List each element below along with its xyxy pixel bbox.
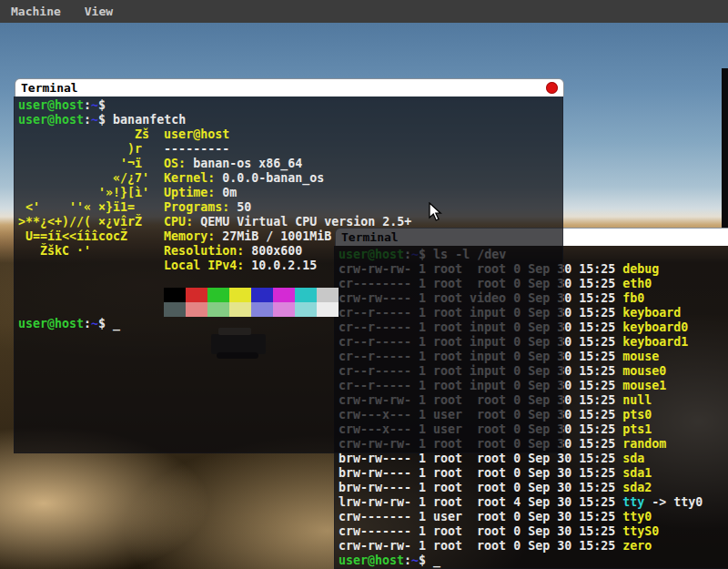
fetch-value: 0m bbox=[222, 186, 237, 199]
device-attrs: crw------- 1 root root 0 Sep 30 15:25 bbox=[339, 524, 622, 538]
fetch-line: Zš user@host bbox=[18, 127, 562, 142]
fetch-art: <' ''« ×}ï1= bbox=[18, 200, 164, 214]
device-name: null bbox=[622, 393, 652, 407]
fetch-line: '»!}[ì' Uptime: 0m bbox=[18, 186, 562, 200]
color-swatch bbox=[317, 302, 339, 317]
device-row: brw-rw---- 1 root root 0 Sep 30 15:25 sd… bbox=[339, 481, 728, 495]
menu-bar: Machine View bbox=[0, 0, 728, 23]
prompt-path: ~ bbox=[411, 554, 419, 567]
text-cursor: _ bbox=[113, 317, 120, 330]
terminal1-content[interactable]: user@host:~$ user@host:~$ bananfetch Zš … bbox=[14, 97, 563, 453]
menu-item-machine[interactable]: Machine bbox=[11, 5, 61, 18]
device-attrs: brw-rw---- 1 root root 0 Sep 30 15:25 bbox=[339, 452, 622, 465]
fetch-art: '»!}[ì' bbox=[18, 186, 164, 199]
device-name: mouse1 bbox=[622, 379, 666, 392]
fetch-art: ŽškC ·' bbox=[18, 244, 164, 258]
prompt-separator: : bbox=[404, 554, 411, 567]
fetch-line: Local IPv4: 10.0.2.15 bbox=[18, 259, 562, 273]
device-attrs: crw------- 1 user root 0 Sep 30 15:25 bbox=[339, 510, 622, 523]
fetch-art: U==íï<<íîîcocŽ bbox=[18, 229, 164, 243]
color-swatch bbox=[317, 288, 339, 302]
prompt-user: user@host bbox=[18, 113, 84, 127]
color-swatch bbox=[295, 288, 317, 302]
mouse-pointer-icon bbox=[429, 202, 443, 223]
prompt-user: user@host bbox=[18, 317, 84, 330]
color-swatch bbox=[207, 288, 229, 302]
fetch-line: «/¿7' Kernel: 0.0.0-banan_os bbox=[18, 171, 562, 186]
prompt-line: user@host:~$ _ bbox=[18, 317, 562, 331]
prompt-symbol: $ bbox=[419, 554, 433, 567]
device-name: pts1 bbox=[622, 422, 652, 436]
device-name: fb0 bbox=[622, 291, 644, 305]
prompt-user: user@host bbox=[18, 98, 84, 112]
blank-line bbox=[18, 273, 562, 288]
prompt-line: user@host:~$ _ bbox=[339, 554, 728, 568]
device-name: debug bbox=[622, 262, 659, 276]
device-name: zero bbox=[622, 539, 652, 553]
device-name: tty bbox=[622, 495, 644, 509]
fetch-line: '¬ï OS: banan-os x86_64 bbox=[18, 157, 562, 171]
palette-row bbox=[18, 288, 562, 302]
color-swatch bbox=[273, 302, 295, 317]
prompt-path: ~ bbox=[91, 98, 98, 112]
color-swatch bbox=[229, 302, 251, 317]
prompt-separator: : bbox=[84, 113, 91, 127]
command-line: user@host:~$ bananfetch bbox=[18, 113, 562, 127]
menu-item-view[interactable]: View bbox=[85, 5, 113, 18]
fetch-art: >**¿<+)//( ×¿vîrŽ bbox=[18, 215, 164, 229]
palette-row bbox=[18, 302, 562, 317]
fetch-art bbox=[18, 259, 164, 272]
device-row: crw------- 1 root root 0 Sep 30 15:25 tt… bbox=[339, 524, 728, 539]
device-name: keyboard bbox=[622, 306, 681, 320]
prompt-separator: : bbox=[84, 98, 91, 112]
prompt-symbol: $ bbox=[98, 98, 113, 112]
device-name: sda bbox=[622, 452, 644, 465]
prompt-path: ~ bbox=[91, 113, 98, 127]
prompt-user: user@host bbox=[339, 554, 404, 567]
palette-indent bbox=[18, 302, 164, 316]
fetch-line: ŽškC ·' Resolution: 800x600 bbox=[18, 244, 562, 259]
command-text: bananfetch bbox=[113, 113, 186, 127]
device-name: mouse bbox=[622, 350, 659, 363]
terminal-window-1[interactable]: Terminal user@host:~$ user@host:~$ banan… bbox=[15, 78, 564, 453]
prompt-symbol: $ bbox=[98, 113, 113, 127]
device-row: brw-rw---- 1 root root 0 Sep 30 15:25 sd… bbox=[339, 452, 728, 466]
color-swatch bbox=[186, 288, 207, 302]
close-button[interactable] bbox=[546, 82, 558, 94]
fetch-value: 27MiB / 1001MiB bbox=[222, 229, 331, 243]
fetch-label: Uptime: bbox=[164, 186, 222, 199]
palette-indent bbox=[18, 288, 164, 301]
device-row: crw-rw-rw- 1 root root 0 Sep 30 15:25 ze… bbox=[339, 539, 728, 554]
device-attrs: lrw-rw-rw- 1 root root 4 Sep 30 15:25 bbox=[339, 495, 622, 509]
device-name: ttyS0 bbox=[622, 524, 659, 538]
device-attrs: brw-rw---- 1 root root 0 Sep 30 15:25 bbox=[339, 466, 622, 480]
device-name: sda2 bbox=[622, 481, 652, 494]
fetch-value: QEMU Virtual CPU version 2.5+ bbox=[200, 215, 411, 229]
terminal1-title: Terminal bbox=[21, 81, 78, 95]
prompt-separator: : bbox=[84, 317, 91, 330]
device-name: mouse0 bbox=[622, 364, 666, 378]
fetch-art: «/¿7' bbox=[18, 171, 164, 185]
fetch-line: U==íï<<íîîcocŽ Memory: 27MiB / 1001MiB bbox=[18, 229, 562, 244]
prompt-path: ~ bbox=[91, 317, 98, 330]
fetch-value: 50 bbox=[237, 200, 251, 214]
device-attrs: crw-rw-rw- 1 root root 0 Sep 30 15:25 bbox=[339, 539, 622, 553]
fetch-value: 0.0.0-banan_os bbox=[222, 171, 324, 185]
fetch-line: >**¿<+)//( ×¿vîrŽ CPU: QEMU Virtual CPU … bbox=[18, 215, 562, 229]
terminal1-titlebar[interactable]: Terminal bbox=[15, 78, 564, 97]
device-name: random bbox=[622, 437, 666, 451]
color-swatch bbox=[164, 288, 186, 302]
fetch-value: banan-os x86_64 bbox=[193, 157, 302, 170]
fetch-label: OS: bbox=[164, 157, 193, 170]
fetch-label: Programs: bbox=[164, 200, 237, 214]
color-swatch bbox=[229, 288, 251, 302]
fetch-label: CPU: bbox=[164, 215, 200, 229]
device-row: lrw-rw-rw- 1 root root 4 Sep 30 15:25 tt… bbox=[339, 495, 728, 510]
fetch-line: )r --------- bbox=[18, 142, 562, 157]
color-swatch bbox=[207, 302, 229, 317]
color-swatch bbox=[186, 302, 207, 317]
color-swatch bbox=[273, 288, 295, 302]
fetch-label: Resolution: bbox=[164, 244, 251, 258]
fetch-label: user@host bbox=[164, 127, 229, 141]
vm-screen: Machine View Terminal user@host:~$ ls -l… bbox=[0, 0, 728, 569]
